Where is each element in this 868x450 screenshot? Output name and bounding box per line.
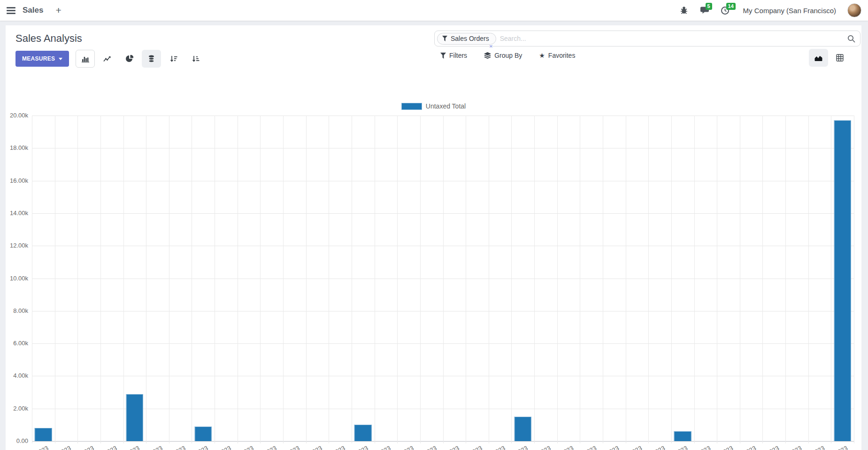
filter-funnel-icon <box>442 36 447 41</box>
chart-type-switcher <box>76 50 205 68</box>
bar-chart-button[interactable] <box>76 50 95 68</box>
graph-view-button[interactable] <box>809 49 828 67</box>
group-by-label: Group By <box>494 52 522 59</box>
star-icon: ★ <box>539 52 545 59</box>
apps-menu-icon[interactable] <box>7 7 15 14</box>
user-avatar[interactable] <box>847 3 861 17</box>
search-icon[interactable] <box>847 35 855 43</box>
y-axis-label: 0.00 <box>0 437 28 444</box>
chart-bar[interactable] <box>35 428 52 441</box>
y-axis-label: 8.00k <box>0 307 28 314</box>
chart-bar[interactable] <box>126 394 143 441</box>
gridline-vertical <box>55 116 55 443</box>
gridline-vertical <box>169 116 169 443</box>
bar-chart-icon <box>82 55 89 62</box>
gridline-vertical <box>785 116 786 443</box>
activities-count-badge: 14 <box>726 3 736 10</box>
sort-ascending-icon <box>192 55 200 62</box>
chart-bar[interactable] <box>515 417 531 441</box>
filter-funnel-icon <box>440 53 446 59</box>
pie-chart-icon <box>126 55 133 62</box>
gridline-vertical <box>123 116 124 443</box>
gridline-vertical <box>32 116 32 443</box>
layers-icon <box>484 52 491 59</box>
gridline-vertical <box>831 116 831 443</box>
messages-count-badge: 5 <box>706 3 712 10</box>
gridline-vertical <box>215 116 215 443</box>
gridline-vertical <box>466 116 466 443</box>
plot-area: 20.00k18.00k16.00k14.00k12.00k10.00k8.00… <box>32 116 854 441</box>
chart-bar[interactable] <box>195 427 212 441</box>
pivot-view-button[interactable] <box>830 49 849 67</box>
stacked-button[interactable] <box>142 50 161 68</box>
line-chart-icon <box>103 55 111 62</box>
gridline-vertical <box>352 116 352 443</box>
gridline-vertical <box>648 116 649 443</box>
y-axis-label: 4.00k <box>0 372 28 379</box>
gridline-vertical <box>580 116 580 443</box>
graph-view: Untaxed Total 20.00k18.00k16.00k14.00k12… <box>6 91 861 450</box>
measures-button[interactable]: MEASURES <box>15 51 69 67</box>
filters-label: Filters <box>449 52 467 59</box>
sort-ascending-button[interactable] <box>186 50 205 68</box>
pivot-table-icon <box>836 54 844 62</box>
chart-legend[interactable]: Untaxed Total <box>6 102 861 110</box>
gridline-vertical <box>557 116 558 443</box>
group-by-button[interactable]: Group By <box>484 52 522 59</box>
gridline-vertical <box>329 116 329 443</box>
messages-icon[interactable]: 5 <box>699 5 710 16</box>
filters-button[interactable]: Filters <box>440 52 467 59</box>
gridline-vertical <box>603 116 603 443</box>
gridline-vertical <box>306 116 307 443</box>
legend-swatch <box>401 103 422 110</box>
gridline-vertical <box>671 116 672 443</box>
gridline-vertical <box>443 116 444 443</box>
sort-descending-button[interactable] <box>164 50 183 68</box>
stacked-database-icon <box>148 55 155 62</box>
gridline-vertical <box>854 116 854 443</box>
app-menu-sales[interactable]: Sales <box>23 6 43 15</box>
x-axis-label: 09 Jan 2023 <box>16 444 49 450</box>
area-chart-icon <box>814 54 822 62</box>
y-axis-label: 10.00k <box>0 275 28 282</box>
gridline-vertical <box>100 116 101 443</box>
gridline-vertical <box>397 116 398 443</box>
legend-label: Untaxed Total <box>426 102 466 110</box>
favorites-button[interactable]: ★ Favorites <box>539 52 575 59</box>
control-panel-top-row: Sales Analysis Sales Orders × <box>6 25 861 47</box>
y-axis-label: 12.00k <box>0 242 28 249</box>
debug-bug-icon[interactable] <box>678 5 690 16</box>
chart-bar[interactable] <box>834 120 851 441</box>
search-options: Filters Group By ★ Favorites <box>440 52 575 59</box>
view-switcher <box>809 49 849 67</box>
chart-bar[interactable] <box>674 431 691 441</box>
line-chart-button[interactable] <box>98 50 117 68</box>
measures-label: MEASURES <box>22 55 55 62</box>
gridline-vertical <box>260 116 261 443</box>
y-axis-label: 20.00k <box>0 112 28 119</box>
search-facet-sales-orders[interactable]: Sales Orders <box>437 33 496 45</box>
pie-chart-button[interactable] <box>120 50 139 68</box>
new-tab-plus-icon[interactable]: + <box>55 5 61 16</box>
gridline-vertical <box>192 116 192 443</box>
gridline-vertical <box>283 116 284 443</box>
chevron-down-icon <box>59 58 62 60</box>
y-axis-label: 6.00k <box>0 340 28 347</box>
gridline-vertical <box>375 116 375 443</box>
gridline-vertical <box>694 116 695 443</box>
gridline-vertical <box>762 116 763 443</box>
y-axis-label: 16.00k <box>0 177 28 184</box>
main-content: Sales Analysis Sales Orders × MEASURES <box>6 25 861 450</box>
y-axis-label: 2.00k <box>0 405 28 412</box>
top-navbar: Sales + 5 14 My Company (San Francisco) <box>0 0 868 21</box>
chart-bar[interactable] <box>354 425 371 441</box>
facet-label: Sales Orders <box>451 35 489 42</box>
gridline-vertical <box>626 116 626 443</box>
activities-clock-icon[interactable]: 14 <box>720 5 731 16</box>
search-bar[interactable]: Sales Orders × <box>434 31 860 47</box>
topbar-right: 5 14 My Company (San Francisco) <box>678 3 861 17</box>
search-input[interactable] <box>500 35 847 42</box>
sort-descending-icon <box>170 55 177 62</box>
gridline-vertical <box>511 116 512 443</box>
company-switcher[interactable]: My Company (San Francisco) <box>743 7 836 15</box>
